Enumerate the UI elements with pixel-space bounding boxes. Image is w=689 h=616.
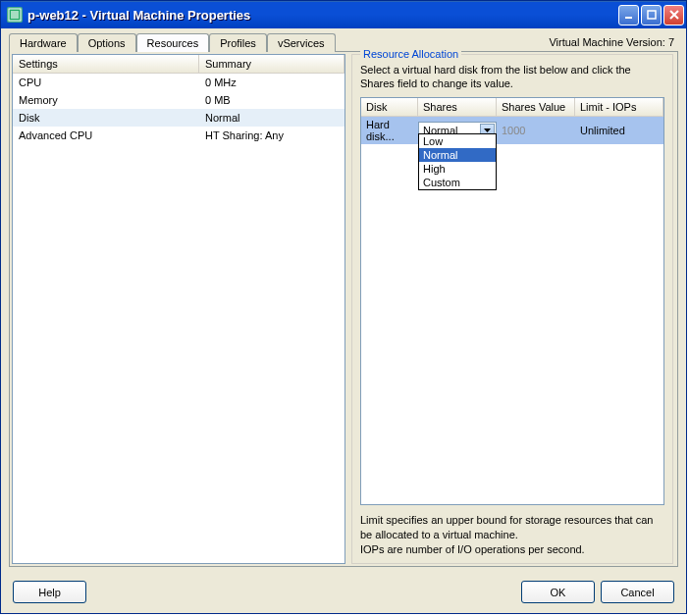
col-header-settings[interactable]: Settings xyxy=(13,55,199,73)
limit-cell: Unlimited xyxy=(575,123,663,138)
minimize-button[interactable] xyxy=(618,5,639,26)
right-panel: Resource Allocation Select a virtual har… xyxy=(349,54,675,564)
settings-row-disk[interactable]: Disk Normal xyxy=(13,109,344,127)
maximize-button[interactable] xyxy=(641,5,662,26)
resource-allocation-group: Resource Allocation Select a virtual har… xyxy=(351,54,673,564)
ok-button[interactable]: OK xyxy=(521,581,595,603)
titlebar: p-web12 - Virtual Machine Properties xyxy=(1,1,686,28)
disk-table: Disk Shares Shares Value Limit - IOPs Ha… xyxy=(360,97,664,506)
svg-rect-1 xyxy=(11,11,19,19)
disk-row[interactable]: Hard disk... Normal 1000 Unlimi xyxy=(361,117,663,144)
help-text: Select a virtual hard disk from the list… xyxy=(360,63,664,91)
limit-help-text: Limit specifies an upper bound for stora… xyxy=(360,513,664,542)
col-header-disk[interactable]: Disk xyxy=(361,98,418,117)
col-header-shares-value[interactable]: Shares Value xyxy=(497,98,575,117)
svg-rect-2 xyxy=(625,17,632,19)
settings-row-advanced-cpu[interactable]: Advanced CPU HT Sharing: Any xyxy=(13,127,344,144)
app-icon xyxy=(7,7,23,23)
dropdown-option-custom[interactable]: Custom xyxy=(419,176,496,189)
tab-resources[interactable]: Resources xyxy=(136,33,210,52)
col-header-summary[interactable]: Summary xyxy=(199,55,344,73)
help-button[interactable]: Help xyxy=(13,581,86,603)
dropdown-option-low[interactable]: Low xyxy=(419,134,496,148)
close-button[interactable] xyxy=(663,5,684,26)
iops-help-text: IOPs are number of I/O operations per se… xyxy=(360,542,664,557)
svg-rect-3 xyxy=(648,11,656,19)
tab-options[interactable]: Options xyxy=(78,33,136,52)
col-header-limit[interactable]: Limit - IOPs xyxy=(575,98,663,117)
settings-row-cpu[interactable]: CPU 0 MHz xyxy=(13,74,344,91)
tab-profiles[interactable]: Profiles xyxy=(209,33,267,52)
dropdown-option-normal[interactable]: Normal xyxy=(419,148,496,162)
tab-hardware[interactable]: Hardware xyxy=(9,33,78,52)
vm-properties-window: p-web12 - Virtual Machine Properties Har… xyxy=(0,0,687,614)
cancel-button[interactable]: Cancel xyxy=(601,581,674,603)
disk-name-cell: Hard disk... xyxy=(361,117,418,144)
tabs-row: Hardware Options Resources Profiles vSer… xyxy=(1,28,686,51)
group-legend: Resource Allocation xyxy=(360,48,461,60)
shares-value-cell: 1000 xyxy=(497,123,575,138)
settings-grid: Settings Summary CPU 0 MHz Memory 0 MB D… xyxy=(12,54,345,564)
bottom-help-text: Limit specifies an upper bound for stora… xyxy=(360,513,664,557)
content-frame: Settings Summary CPU 0 MHz Memory 0 MB D… xyxy=(9,51,678,567)
dropdown-option-high[interactable]: High xyxy=(419,162,496,176)
col-header-shares[interactable]: Shares xyxy=(418,98,497,117)
vm-version-label: Virtual Machine Version: 7 xyxy=(545,33,678,51)
window-title: p-web12 - Virtual Machine Properties xyxy=(27,8,618,23)
tab-vservices[interactable]: vServices xyxy=(267,33,336,52)
shares-dropdown-list: Low Normal High Custom xyxy=(418,133,497,190)
button-row: Help OK Cancel xyxy=(1,571,686,613)
settings-row-memory[interactable]: Memory 0 MB xyxy=(13,91,344,109)
